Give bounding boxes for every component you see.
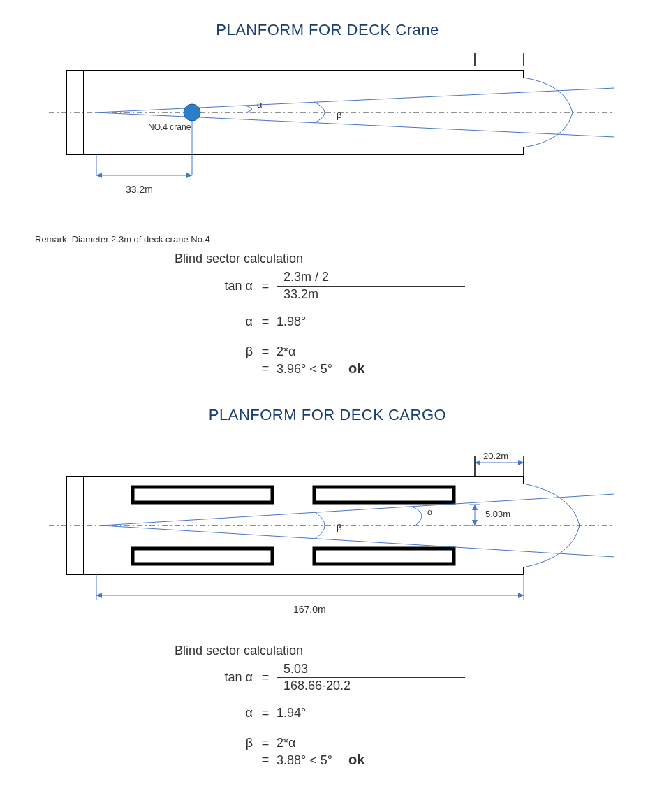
- svg-marker-39: [472, 520, 478, 525]
- svg-line-28: [101, 494, 614, 525]
- remark-text: Remark: Diameter:2.3m of deck crane No.4: [35, 234, 620, 245]
- beta-result-1: 3.96° < 5°: [277, 362, 332, 376]
- svg-marker-34: [518, 460, 524, 465]
- calc-title-2: Blind sector calculation: [175, 644, 620, 658]
- alpha-label-1: α: [257, 99, 263, 110]
- two-alpha-1: 2*α: [272, 345, 295, 359]
- eq: =: [258, 279, 272, 293]
- svg-marker-44: [518, 593, 524, 598]
- svg-marker-15: [96, 173, 102, 178]
- svg-line-29: [101, 525, 614, 557]
- frac-den-2: 168.66-20.2: [277, 678, 360, 693]
- svg-rect-27: [314, 549, 454, 564]
- section-2-title: PLANFORM FOR DECK CARGO: [35, 406, 620, 424]
- eq: =: [258, 345, 272, 359]
- eq: =: [258, 736, 272, 751]
- eq: =: [258, 314, 272, 329]
- beta-label-1: β: [337, 110, 341, 120]
- alpha-val-2: 1.94°: [272, 706, 306, 720]
- diagram-crane: α β NO.4 crane 33.2m: [35, 53, 620, 224]
- svg-marker-43: [96, 593, 102, 598]
- eq: =: [258, 361, 272, 376]
- svg-rect-24: [133, 487, 272, 502]
- alpha-val-1: 1.98°: [272, 314, 306, 329]
- beta-sym-2: β: [175, 736, 258, 751]
- tan-alpha-1: tan α: [175, 279, 258, 293]
- beta-label-2: β: [337, 522, 341, 532]
- dim-5-03: 5.03m: [485, 509, 510, 519]
- alpha-sym-1: α: [175, 314, 258, 329]
- frac-num-2: 5.03: [277, 662, 360, 679]
- dim-167: 167.0m: [293, 604, 326, 615]
- calc-title-1: Blind sector calculation: [175, 252, 620, 266]
- alpha-label-2: α: [427, 507, 433, 517]
- crane-label: NO.4 crane: [148, 122, 191, 132]
- beta-sym-1: β: [175, 345, 258, 359]
- eq: =: [258, 706, 272, 720]
- frac-num-1: 2.3m / 2: [277, 270, 360, 287]
- beta-result-2: 3.88° < 5°: [277, 753, 332, 767]
- dim-20-2: 20.2m: [483, 451, 508, 461]
- svg-marker-38: [472, 505, 478, 510]
- svg-point-11: [184, 104, 200, 121]
- eq: =: [258, 670, 272, 685]
- svg-marker-16: [186, 173, 192, 178]
- svg-marker-33: [475, 460, 480, 465]
- svg-rect-26: [133, 549, 272, 564]
- dim-33-2: 33.2m: [126, 184, 153, 195]
- frac-den-1: 33.2m: [277, 287, 360, 302]
- ok-2: ok: [348, 752, 364, 767]
- tan-alpha-2: tan α: [175, 670, 258, 685]
- two-alpha-2: 2*α: [272, 736, 295, 751]
- alpha-sym-2: α: [175, 706, 258, 720]
- eq: =: [258, 753, 272, 767]
- svg-rect-25: [314, 487, 454, 502]
- section-1-title: PLANFORM FOR DECK Crane: [35, 21, 620, 39]
- calc-block-2: Blind sector calculation tan α = 5.03 16…: [175, 644, 620, 769]
- svg-line-9: [96, 88, 614, 113]
- ok-1: ok: [348, 361, 364, 376]
- calc-block-1: Blind sector calculation tan α = 2.3m / …: [175, 252, 620, 377]
- diagram-cargo: α β 20.2m 5.03m 167.0m: [35, 438, 620, 644]
